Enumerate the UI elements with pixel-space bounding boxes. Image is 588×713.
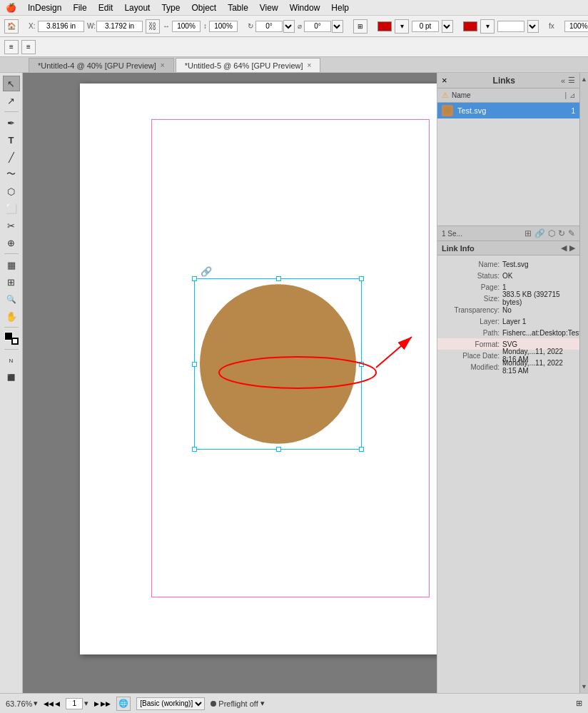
shear-select[interactable] — [332, 20, 343, 33]
x-input[interactable] — [38, 21, 84, 32]
prev-page-button[interactable]: ◀ — [55, 700, 60, 707]
tool-type[interactable]: T — [3, 132, 20, 148]
info-row-modified: Modified: Monday,...11, 2022 8:15 AM — [437, 361, 579, 373]
menu-table[interactable]: Table — [228, 3, 248, 13]
handle-tl[interactable] — [192, 276, 197, 281]
scrollbar-right[interactable]: ▲ ▼ — [579, 73, 588, 693]
tool-swatch[interactable]: ⊞ — [3, 274, 20, 290]
handle-bm[interactable] — [276, 447, 281, 452]
scale-w-input[interactable] — [172, 21, 201, 32]
panel-collapse-button[interactable]: « — [561, 76, 565, 85]
tool-fill-stroke[interactable] — [3, 330, 20, 346]
tab-untitled5[interactable]: *Untitled-5 @ 64% [GPU Preview] × — [176, 58, 321, 72]
menu-view[interactable]: View — [260, 3, 278, 13]
canvas-area[interactable]: 🔗 — [23, 73, 437, 693]
handle-tr[interactable] — [359, 276, 364, 281]
handle-mr[interactable] — [359, 362, 364, 367]
menu-type[interactable]: Type — [161, 3, 180, 13]
toolbar2-btn2[interactable]: ≡ — [21, 40, 36, 54]
tab-label-untitled4: *Untitled-4 @ 40% [GPU Preview] — [38, 61, 156, 70]
menu-layout[interactable]: Layout — [124, 3, 150, 13]
home-button[interactable]: 🏠 — [4, 19, 19, 34]
transform-ref-button[interactable]: ⊞ — [353, 19, 368, 34]
tool-free-transform[interactable]: ⊕ — [3, 235, 20, 251]
link-info-prev[interactable]: ◀ — [561, 243, 567, 253]
tool-select[interactable]: ↖ — [3, 76, 20, 91]
handle-ml[interactable] — [192, 362, 197, 367]
globe-button[interactable]: 🌐 — [116, 697, 131, 711]
rotate-input[interactable] — [255, 21, 283, 32]
tool-shape[interactable]: ⬡ — [3, 183, 20, 199]
stroke-type-input[interactable] — [497, 21, 524, 32]
shear-input[interactable] — [304, 21, 331, 32]
handle-tm[interactable] — [276, 276, 281, 281]
preflight-chevron[interactable]: ▾ — [260, 699, 265, 708]
col-sort-icons[interactable]: | ⊿ — [564, 91, 575, 99]
menu-help[interactable]: Help — [331, 3, 349, 13]
panel-close-button[interactable]: × — [442, 75, 447, 86]
tool-color-mode[interactable]: N — [3, 353, 20, 368]
stroke-width-select[interactable] — [442, 20, 453, 33]
tool-pen[interactable]: ✒ — [3, 115, 20, 131]
page-chevron[interactable]: ▾ — [84, 699, 88, 708]
sort-arrow[interactable]: ⊿ — [569, 91, 575, 99]
rotate-select[interactable] — [283, 20, 295, 33]
sort-icon[interactable]: | — [564, 91, 567, 99]
next-page-button[interactable]: ▶ — [94, 700, 99, 707]
handle-br[interactable] — [359, 447, 364, 452]
zoom-chevron[interactable]: ▾ — [34, 699, 38, 708]
stroke-red-box1[interactable] — [463, 21, 477, 31]
selected-frame[interactable]: 🔗 — [194, 278, 362, 450]
zoom-input[interactable] — [564, 21, 588, 32]
tab-close-untitled5[interactable]: × — [308, 61, 312, 69]
stroke-arrow2[interactable]: ▾ — [480, 19, 495, 34]
panel-title: Links — [493, 76, 515, 86]
scale-h-icon: ↕ — [203, 22, 207, 30]
rotate-group: ↻ — [248, 20, 295, 33]
tool-scissors[interactable]: ✂ — [3, 218, 20, 233]
menu-indesign[interactable]: InDesign — [28, 3, 61, 13]
w-input[interactable] — [96, 21, 143, 32]
profile-select[interactable]: [Basic (working)] — [136, 697, 205, 710]
footer-icon-link[interactable]: 🔗 — [534, 228, 545, 238]
tool-hand[interactable]: ✋ — [3, 308, 20, 324]
scroll-down-arrow[interactable]: ▼ — [581, 683, 587, 690]
footer-icon-edit[interactable]: ✎ — [568, 228, 575, 238]
tool-rect[interactable]: ⬜ — [3, 201, 20, 216]
stroke-color-red[interactable] — [377, 21, 392, 31]
tool-bezier[interactable]: 〜 — [3, 166, 20, 182]
handle-bl[interactable] — [192, 447, 197, 452]
toolbar2-btn1[interactable]: ≡ — [4, 40, 19, 54]
preflight-control[interactable]: Preflight off ▾ — [211, 699, 264, 708]
scroll-up-arrow[interactable]: ▲ — [581, 76, 587, 83]
footer-icon-relink-all[interactable]: ⊞ — [524, 228, 532, 238]
next-spread-button[interactable]: ▶▶ — [101, 700, 111, 707]
tab-untitled4[interactable]: *Untitled-4 @ 40% [GPU Preview] × — [29, 58, 174, 72]
menu-edit[interactable]: Edit — [98, 3, 113, 13]
menu-window[interactable]: Window — [290, 3, 320, 13]
tool-direct-select[interactable]: ↗ — [3, 93, 20, 108]
footer-icon-goto[interactable]: ⬡ — [548, 228, 555, 238]
stroke-type-select[interactable] — [527, 20, 539, 33]
link-info-next[interactable]: ▶ — [569, 243, 575, 253]
apple-menu[interactable]: 🍎 — [6, 3, 16, 13]
tool-gradient[interactable]: ▦ — [3, 257, 20, 273]
tool-preview[interactable]: ⬛ — [3, 370, 20, 385]
panel-menu-button[interactable]: ☰ — [568, 76, 575, 85]
layout-icon-button[interactable]: ⊞ — [576, 699, 582, 708]
chain-wh-button[interactable]: ⛓ — [146, 19, 160, 34]
page-number-input[interactable] — [66, 698, 83, 709]
stroke-width-input[interactable] — [412, 21, 439, 32]
tool-zoom[interactable]: 🔍 — [3, 291, 20, 307]
menu-file[interactable]: File — [73, 3, 86, 13]
tab-close-untitled4[interactable]: × — [161, 61, 165, 69]
prev-spread-button[interactable]: ◀◀ — [44, 700, 54, 707]
zoom-control[interactable]: 63.76% ▾ — [6, 699, 38, 708]
footer-icon-update[interactable]: ↻ — [558, 228, 565, 238]
profile-control[interactable]: [Basic (working)] — [136, 697, 205, 710]
tool-line[interactable]: ╱ — [3, 149, 20, 165]
menu-object[interactable]: Object — [191, 3, 216, 13]
scale-h-input[interactable] — [209, 21, 238, 32]
stroke-arrow[interactable]: ▾ — [395, 19, 409, 34]
link-row-testsvg[interactable]: Test.svg 1 — [437, 103, 579, 118]
